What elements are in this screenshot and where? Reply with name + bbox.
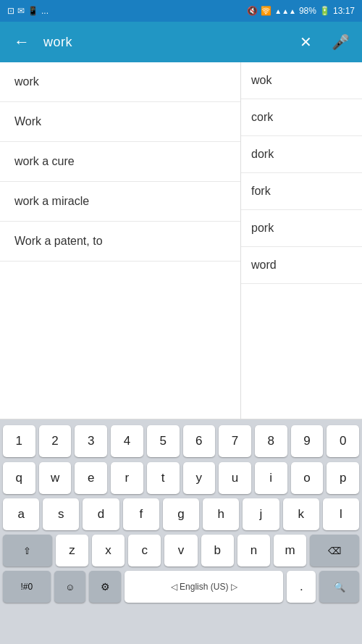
- key-k[interactable]: k: [283, 498, 319, 530]
- key-v[interactable]: v: [164, 535, 197, 566]
- key-1[interactable]: 1: [3, 425, 35, 457]
- status-bar: ⊡ ✉ 📱 ... 🔇 🛜 ▲▲▲ 98% 🔋 13:17: [0, 0, 362, 22]
- key-p[interactable]: p: [327, 462, 359, 494]
- keyboard-zxcv-row: ⇧ z x c v b n m ⌫: [0, 532, 362, 569]
- key-u[interactable]: u: [219, 462, 251, 494]
- key-a[interactable]: a: [3, 498, 39, 530]
- keyboard: 1 2 3 4 5 6 7 8 9 0 q w e r t y u i o p …: [0, 419, 362, 644]
- key-z[interactable]: z: [56, 535, 88, 566]
- key-f[interactable]: f: [123, 498, 159, 530]
- list-item[interactable]: Work a patent, to: [0, 222, 240, 262]
- key-2[interactable]: 2: [39, 425, 72, 457]
- key-8[interactable]: 8: [255, 425, 287, 457]
- back-button[interactable]: ←: [9, 33, 35, 51]
- keyboard-qwerty-row: q w e r t y u i o p: [0, 460, 362, 496]
- list-item[interactable]: work: [0, 62, 240, 102]
- battery-percent: 98%: [299, 6, 316, 16]
- status-more: ...: [41, 6, 49, 16]
- key-s[interactable]: s: [43, 498, 79, 530]
- key-g[interactable]: g: [163, 498, 199, 530]
- key-i[interactable]: i: [255, 462, 287, 494]
- key-x[interactable]: x: [92, 535, 125, 566]
- list-item[interactable]: Work: [0, 102, 240, 142]
- emoji-button[interactable]: ☺: [54, 571, 86, 603]
- key-c[interactable]: c: [128, 535, 161, 566]
- status-icon-1: ⊡: [7, 6, 14, 16]
- key-r[interactable]: r: [111, 462, 143, 494]
- key-y[interactable]: y: [183, 462, 216, 494]
- status-left-icons: ⊡ ✉ 📱 ...: [7, 6, 49, 16]
- search-button[interactable]: 🔍: [319, 571, 359, 603]
- key-b[interactable]: b: [201, 535, 234, 566]
- list-item[interactable]: word: [241, 247, 362, 284]
- list-item[interactable]: wok: [241, 62, 362, 99]
- search-input[interactable]: work: [43, 35, 284, 50]
- settings-button[interactable]: ⚙: [89, 571, 121, 603]
- period-button[interactable]: .: [287, 571, 316, 603]
- status-icon-2: ✉: [17, 6, 25, 16]
- mic-button[interactable]: 🎤: [327, 33, 353, 51]
- battery-icon: 🔋: [319, 6, 330, 16]
- search-bar: ← work ✕ 🎤: [0, 22, 362, 62]
- space-button[interactable]: ◁ English (US) ▷: [125, 571, 283, 603]
- signal-icon: ▲▲▲: [274, 7, 296, 15]
- key-3[interactable]: 3: [75, 425, 107, 457]
- list-item[interactable]: pork: [241, 210, 362, 247]
- shift-button[interactable]: ⇧: [3, 535, 52, 566]
- list-item[interactable]: work a miracle: [0, 182, 240, 222]
- suggestions-container: work Work work a cure work a miracle Wor…: [0, 62, 362, 419]
- list-item[interactable]: work a cure: [0, 142, 240, 182]
- keyboard-number-row: 1 2 3 4 5 6 7 8 9 0: [0, 419, 362, 460]
- keyboard-asdf-row: a s d f g h j k l: [0, 496, 362, 532]
- key-w[interactable]: w: [39, 462, 72, 494]
- key-m[interactable]: m: [274, 535, 306, 566]
- key-h[interactable]: h: [203, 498, 239, 530]
- key-q[interactable]: q: [3, 462, 35, 494]
- key-7[interactable]: 7: [219, 425, 251, 457]
- status-icon-3: 📱: [28, 6, 38, 16]
- key-6[interactable]: 6: [183, 425, 216, 457]
- time-display: 13:17: [333, 6, 355, 16]
- key-n[interactable]: n: [237, 535, 270, 566]
- symbols-button[interactable]: !#0: [3, 571, 51, 603]
- key-j[interactable]: j: [243, 498, 279, 530]
- list-item[interactable]: fork: [241, 173, 362, 210]
- mute-icon: 🔇: [247, 6, 258, 16]
- keyboard-bottom-row: !#0 ☺ ⚙ ◁ English (US) ▷ . 🔍: [0, 569, 362, 607]
- status-right-icons: 🔇 🛜 ▲▲▲ 98% 🔋 13:17: [247, 6, 355, 16]
- key-e[interactable]: e: [75, 462, 107, 494]
- right-suggestions-list: wok cork dork fork pork word: [241, 62, 362, 419]
- key-5[interactable]: 5: [147, 425, 180, 457]
- key-9[interactable]: 9: [291, 425, 324, 457]
- key-0[interactable]: 0: [327, 425, 359, 457]
- key-4[interactable]: 4: [111, 425, 143, 457]
- wifi-icon: 🛜: [261, 6, 272, 16]
- list-item[interactable]: cork: [241, 99, 362, 136]
- delete-button[interactable]: ⌫: [310, 535, 359, 566]
- left-suggestions-list: work Work work a cure work a miracle Wor…: [0, 62, 241, 419]
- key-l[interactable]: l: [323, 498, 359, 530]
- list-item[interactable]: dork: [241, 136, 362, 173]
- key-t[interactable]: t: [147, 462, 180, 494]
- key-d[interactable]: d: [83, 498, 119, 530]
- key-o[interactable]: o: [291, 462, 324, 494]
- clear-button[interactable]: ✕: [292, 33, 319, 51]
